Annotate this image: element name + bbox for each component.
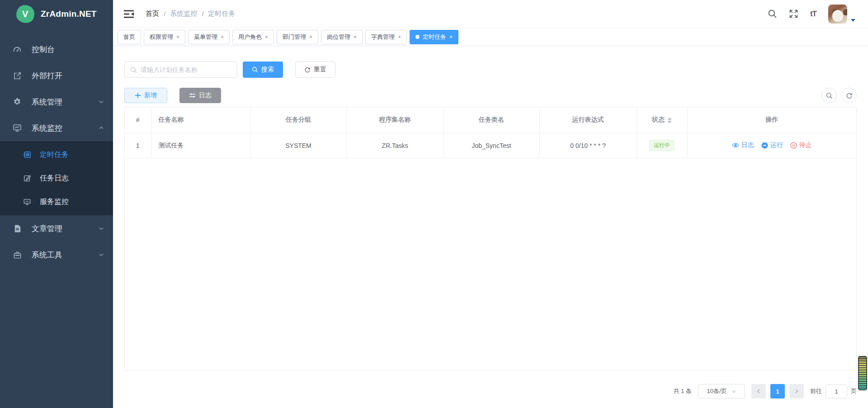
page-unit-label: 页: [851, 387, 857, 395]
tab-user-roles[interactable]: 用户角色 ×: [232, 30, 274, 44]
chevron-down-icon: [99, 99, 104, 104]
refresh-table-button[interactable]: [841, 88, 857, 103]
sidebar-item-label: 系统监控: [32, 123, 99, 133]
table-header-row: # 任务名称 任务分组 程序集名称 任务类名 运行表达式 状态 操作: [125, 107, 856, 133]
tab-menus[interactable]: 菜单管理 ×: [188, 30, 230, 44]
monitor-chart-icon: [12, 123, 23, 133]
goto-page-input[interactable]: [826, 384, 847, 399]
tab-dictionary[interactable]: 字典管理 ×: [365, 30, 407, 44]
tab-scheduled-tasks[interactable]: 定时任务 ×: [410, 30, 458, 44]
sidebar-item-task-logs[interactable]: 任务日志: [0, 166, 113, 190]
add-button[interactable]: 新增: [124, 88, 167, 103]
sidebar: V ZrAdmin.NET 控制台 外部打开: [0, 0, 113, 408]
tab-label: 字典管理: [371, 33, 395, 41]
brand-name: ZrAdmin.NET: [41, 9, 97, 19]
row-run-label: 运行: [770, 141, 783, 149]
fullscreen-icon[interactable]: [789, 9, 798, 19]
scrollbar-widget[interactable]: [858, 356, 867, 390]
row-run-link[interactable]: 运行: [761, 141, 783, 149]
sidebar-menu: 控制台 外部打开 系统管理: [0, 28, 113, 268]
breadcrumb-home[interactable]: 首页: [146, 9, 159, 18]
col-actions: 操作: [687, 107, 856, 133]
reset-button-label: 重置: [314, 66, 326, 74]
col-status: 状态: [637, 107, 687, 133]
brand-logo-icon: V: [15, 4, 35, 24]
log-button[interactable]: 日志: [179, 88, 221, 103]
tab-label: 定时任务: [423, 33, 446, 41]
close-icon[interactable]: ×: [398, 34, 401, 40]
sidebar-submenu-monitor: 定时任务 任务日志 服务监控: [0, 141, 113, 215]
reset-button[interactable]: 重置: [295, 62, 335, 78]
refresh-icon: [304, 66, 311, 73]
tab-label: 岗位管理: [327, 33, 350, 41]
close-icon[interactable]: ×: [176, 34, 179, 40]
brand-logo[interactable]: V ZrAdmin.NET: [0, 0, 113, 28]
user-avatar[interactable]: [828, 5, 847, 24]
cell-assembly: ZR.Tasks: [346, 133, 443, 158]
sidebar-item-articles[interactable]: 文章管理: [0, 215, 113, 242]
row-stop-link[interactable]: 停止: [790, 141, 812, 149]
sidebar-item-system-tools[interactable]: 系统工具: [0, 242, 113, 268]
sidebar-item-console[interactable]: 控制台: [0, 36, 113, 62]
sidebar-item-system-monitor[interactable]: 系统监控: [0, 115, 113, 141]
close-icon[interactable]: ×: [354, 34, 357, 40]
task-name-search-field[interactable]: [124, 62, 237, 78]
user-menu[interactable]: [828, 5, 855, 24]
close-icon[interactable]: ×: [265, 34, 268, 40]
col-cron: 运行表达式: [539, 107, 637, 133]
operate-icon: [189, 92, 196, 99]
cell-task-group: SYSTEM: [250, 133, 346, 158]
search-button-label: 搜索: [261, 66, 274, 74]
col-status-label: 状态: [652, 116, 665, 123]
close-icon[interactable]: ×: [221, 34, 224, 40]
chevron-left-icon: [756, 389, 761, 394]
font-size-icon[interactable]: tT: [810, 9, 816, 19]
dashboard-icon: [12, 44, 23, 55]
sort-carets-icon[interactable]: [667, 117, 672, 123]
tab-departments[interactable]: 部门管理 ×: [277, 30, 318, 44]
search-icon[interactable]: [768, 9, 777, 19]
search-button[interactable]: 搜索: [243, 62, 283, 78]
tab-label: 权限管理: [150, 33, 173, 41]
tab-home[interactable]: 首页: [118, 30, 141, 44]
app: V ZrAdmin.NET 控制台 外部打开: [0, 0, 868, 408]
col-task-group: 任务分组: [250, 107, 346, 133]
search-icon: [826, 92, 833, 99]
active-dot-icon: [415, 35, 420, 39]
cell-status: 运行中: [637, 133, 687, 158]
tab-positions[interactable]: 岗位管理 ×: [321, 30, 363, 44]
sidebar-item-label: 定时任务: [40, 150, 104, 160]
caret-down-icon: [851, 19, 855, 22]
breadcrumb-current: 定时任务: [208, 9, 235, 18]
show-search-button[interactable]: [821, 88, 837, 103]
search-icon: [252, 66, 258, 73]
breadcrumb-system-monitor[interactable]: 系统监控: [170, 9, 197, 18]
sidebar-item-service-monitor[interactable]: 服务监控: [0, 190, 113, 213]
tab-permissions[interactable]: 权限管理 ×: [144, 30, 185, 44]
eye-icon: [732, 142, 739, 148]
topbar-actions: tT: [768, 5, 855, 24]
search-input[interactable]: [141, 66, 231, 73]
row-log-link[interactable]: 日志: [732, 141, 754, 149]
close-icon[interactable]: ×: [449, 34, 453, 40]
collapse-sidebar-icon[interactable]: [124, 9, 134, 19]
page-number-button[interactable]: 1: [770, 384, 785, 399]
page-size-select[interactable]: 10条/页: [698, 384, 745, 399]
sidebar-item-external[interactable]: 外部打开: [0, 62, 113, 89]
tab-label: 首页: [123, 33, 135, 41]
sidebar-item-scheduled-tasks[interactable]: 定时任务: [0, 143, 113, 166]
goto-label: 前往: [810, 387, 822, 395]
search-row: 搜索 重置: [124, 62, 857, 78]
col-assembly: 程序集名称: [346, 107, 443, 133]
col-class: 任务类名: [443, 107, 539, 133]
sidebar-item-system-admin[interactable]: 系统管理: [0, 89, 113, 115]
sidebar-item-label: 控制台: [32, 44, 104, 55]
server-monitor-icon: [23, 196, 32, 207]
refresh-icon: [846, 92, 853, 99]
prev-page-button[interactable]: [751, 384, 766, 399]
close-icon[interactable]: ×: [309, 34, 312, 40]
table-row: 1 测试任务 SYSTEM ZR.Tasks Job_SyncTest 0 0/…: [125, 133, 856, 158]
log-button-label: 日志: [199, 91, 212, 100]
cell-task-name: 测试任务: [151, 133, 250, 158]
next-page-button[interactable]: [789, 384, 804, 399]
